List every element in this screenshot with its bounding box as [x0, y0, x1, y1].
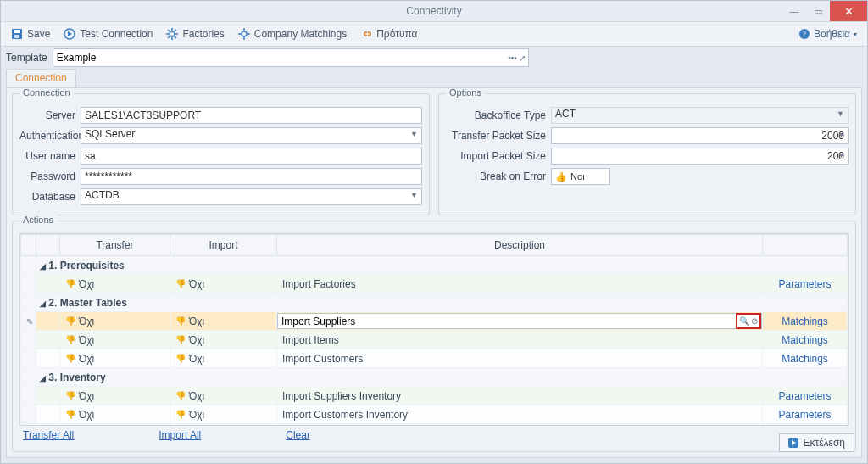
window-title: Connectivity [406, 5, 461, 17]
parameters-link[interactable]: Parameters [778, 409, 831, 421]
search-icon[interactable]: 🔍 [739, 316, 749, 326]
chevron-down-icon: ▼ [837, 131, 845, 139]
row-indicator-header [21, 235, 36, 256]
parameters-link[interactable]: Parameters [778, 278, 831, 290]
actions-grid[interactable]: Transfer Import Description ◢ 1. Prerequ… [19, 233, 849, 426]
chevron-down-icon: ▾ [854, 31, 857, 38]
gear-icon [166, 28, 178, 40]
description-input[interactable] [278, 316, 736, 327]
options-legend: Options [446, 87, 485, 98]
backoffice-select: ACT ▼ [551, 107, 849, 124]
template-field[interactable]: ••• ⤢ [53, 48, 529, 67]
password-input[interactable] [81, 168, 422, 185]
matchings-link[interactable]: Matchings [782, 353, 828, 365]
tab-strip: Connection [1, 69, 867, 87]
no-toggle[interactable]: 👎Όχι [175, 353, 204, 365]
database-select[interactable]: ACTDB ▼ [81, 188, 422, 205]
no-toggle[interactable]: 👎Όχι [175, 390, 204, 402]
transfer-size-input[interactable]: 2000 ▼ [551, 127, 849, 144]
execute-button[interactable]: Εκτέλεση [779, 433, 854, 452]
no-toggle[interactable]: 👎Όχι [65, 409, 94, 421]
break-on-error-label: Break on Error [446, 171, 551, 182]
no-toggle[interactable]: 👎Όχι [175, 278, 204, 290]
thumbs-down-icon: 👎 [175, 391, 186, 400]
no-toggle[interactable]: 👎Όχι [65, 390, 94, 402]
backoffice-label: Backoffice Type [446, 109, 551, 121]
group-row[interactable]: ◢ 2. Master Tables [21, 293, 848, 312]
minimize-button[interactable]: — [782, 1, 806, 21]
import-header[interactable]: Import [170, 235, 277, 256]
transfer-header[interactable]: Transfer [60, 235, 170, 256]
no-toggle[interactable]: 👎Όχι [175, 316, 204, 327]
description-cell: Import Factories [282, 278, 356, 290]
description-cell: Import Suppliers Inventory [282, 390, 401, 402]
table-row[interactable]: ✎👎Όχι👎Όχι🔍⊘Matchings [21, 312, 848, 331]
template-label: Template [6, 52, 47, 64]
close-button[interactable]: ✕ [830, 1, 867, 21]
maximize-button[interactable]: ▭ [806, 1, 830, 21]
chevron-down-icon: ▼ [837, 151, 845, 159]
save-button[interactable]: Save [6, 26, 55, 42]
table-row[interactable]: 👎Όχι👎ΌχιImport Suppliers InventoryParame… [21, 387, 848, 405]
parameters-link[interactable]: Parameters [778, 390, 831, 402]
description-editor[interactable]: 🔍⊘ [277, 313, 762, 329]
connection-group: Connection Server Authentication SQLServ… [12, 93, 430, 215]
expand-icon[interactable]: ⤢ [519, 53, 526, 63]
svg-rect-2 [14, 35, 19, 38]
help-button[interactable]: ? Βοήθεια ▾ [793, 26, 862, 42]
user-input[interactable] [81, 148, 422, 165]
table-row[interactable]: 👎Όχι👎ΌχιImport CustomersMatchings [21, 349, 848, 368]
company-matchings-button[interactable]: Company Matchings [233, 26, 352, 42]
templates-button[interactable]: Πρότυπα [355, 26, 422, 42]
user-label: User name [19, 150, 81, 162]
thumbs-down-icon: 👎 [175, 316, 186, 326]
server-input[interactable] [81, 107, 422, 124]
chevron-down-icon: ▼ [410, 191, 418, 199]
import-size-input[interactable]: 200 ▼ [551, 148, 849, 165]
transfer-all-link[interactable]: Transfer All [23, 429, 74, 441]
no-toggle[interactable]: 👎Όχι [65, 334, 94, 346]
matchings-link[interactable]: Matchings [782, 316, 828, 327]
svg-line-11 [175, 36, 176, 38]
no-toggle[interactable]: 👎Όχι [65, 316, 94, 327]
help-icon: ? [798, 28, 810, 40]
description-header[interactable]: Description [277, 235, 763, 256]
auth-value: SQLServer [85, 128, 135, 140]
save-label: Save [27, 28, 50, 40]
ellipsis-icon[interactable]: ••• [508, 53, 517, 63]
execute-label: Εκτέλεση [803, 437, 845, 449]
no-toggle[interactable]: 👎Όχι [65, 278, 94, 290]
factories-button[interactable]: Factories [161, 26, 229, 42]
options-group: Options Backoffice Type ACT ▼ Transfer P… [438, 93, 856, 215]
import-all-link[interactable]: Import All [159, 429, 201, 441]
no-toggle[interactable]: 👎Όχι [175, 409, 204, 421]
no-toggle[interactable]: 👎Όχι [65, 353, 94, 365]
description-cell: Import Customers [282, 353, 363, 365]
svg-marker-4 [68, 31, 72, 36]
database-label: Database [19, 191, 81, 203]
clear-link[interactable]: Clear [286, 429, 310, 441]
table-row[interactable]: 👎Όχι👎ΌχιImport Customers InventoryParame… [21, 405, 848, 424]
templates-label: Πρότυπα [376, 28, 417, 40]
test-connection-button[interactable]: Test Connection [58, 26, 158, 42]
app-window: Connectivity — ▭ ✕ Save Test Connection … [0, 0, 868, 464]
break-on-error-toggle[interactable]: 👍 Ναι [551, 168, 610, 185]
collapse-icon: ◢ [40, 262, 46, 271]
group-row[interactable]: ◢ 3. Inventory [21, 368, 848, 387]
collapse-icon: ◢ [40, 299, 46, 308]
company-matchings-label: Company Matchings [254, 28, 347, 40]
table-row[interactable]: 👎Όχι👎ΌχιImport FactoriesParameters [21, 275, 848, 293]
table-row[interactable]: 👎Όχι👎ΌχιImport ItemsMatchings [21, 331, 848, 349]
password-label: Password [19, 171, 81, 182]
auth-select[interactable]: SQLServer ▼ [81, 127, 422, 144]
template-input[interactable] [53, 52, 508, 64]
svg-point-5 [170, 31, 175, 36]
group-title: 2. Master Tables [48, 297, 126, 309]
clear-icon[interactable]: ⊘ [751, 316, 758, 326]
tab-connection[interactable]: Connection [6, 69, 76, 87]
no-toggle[interactable]: 👎Όχι [175, 334, 204, 346]
matchings-link[interactable]: Matchings [782, 334, 828, 346]
thumbs-down-icon: 👎 [175, 410, 186, 419]
thumbs-down-icon: 👎 [65, 279, 75, 288]
group-row[interactable]: ◢ 1. Prerequisites [21, 256, 848, 275]
